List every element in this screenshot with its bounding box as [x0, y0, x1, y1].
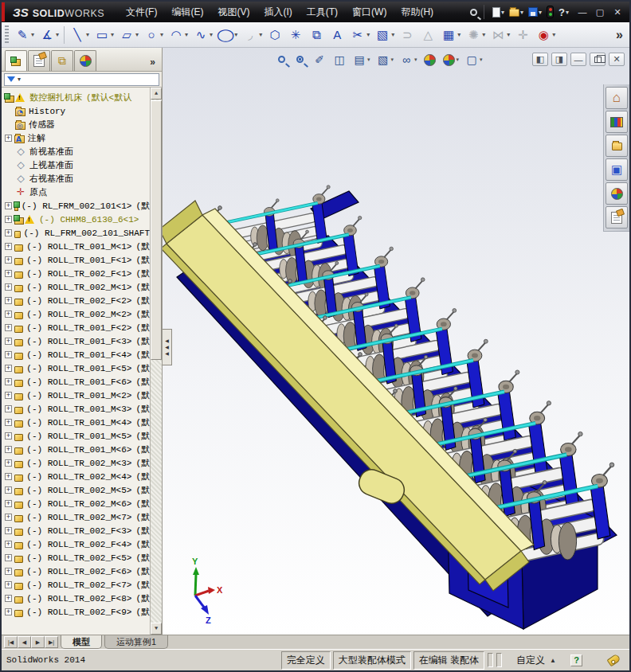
tree-item[interactable]: +(-) ROLL_TR_002_F<2>(默 [2, 294, 150, 307]
solidworks-resources-button[interactable]: ⌂ [606, 87, 628, 109]
dropdown-icon[interactable]: ▾ [391, 31, 394, 38]
convert-entities-button[interactable]: ⧉ [306, 25, 327, 45]
tree-item[interactable]: +(-) ROLL_TR_002_M<3>(默 [2, 456, 150, 470]
dropdown-icon[interactable]: ▾ [520, 9, 523, 16]
expand-icon[interactable]: + [5, 243, 12, 250]
tree-filter-input[interactable] [23, 75, 156, 84]
dropdown-icon[interactable]: ▾ [259, 31, 262, 38]
tree-item[interactable]: +(-) ROLL_TR_001_F<1>(默 [2, 253, 150, 267]
mirror-entities-button[interactable]: ⋈▾ [488, 25, 512, 45]
circle-button[interactable]: ○▾ [141, 25, 166, 45]
panel-tabs-overflow[interactable]: » [150, 57, 160, 71]
expand-icon[interactable]: + [5, 324, 12, 331]
expand-icon[interactable]: + [5, 392, 12, 399]
tree-item[interactable]: +(-) ROLL_TR_002_F<5>(默 [2, 551, 150, 565]
expand-icon[interactable]: + [5, 338, 12, 345]
tile-pane-right-button[interactable]: ◨ [551, 53, 567, 66]
expand-icon[interactable]: + [5, 486, 12, 494]
tile-pane-left-button[interactable]: ◧ [532, 53, 548, 66]
save-document-icon[interactable]: ▾ [527, 6, 543, 18]
tree-item-root[interactable]: 数控捆扎机床(默认<默认 [2, 91, 150, 104]
hide-show-items-button[interactable]: ∞▾ [398, 52, 419, 68]
expand-icon[interactable]: + [5, 365, 12, 372]
tree-item[interactable]: +(-) CHHM8_6130_6<1> [2, 213, 150, 226]
scrollbar-thumb[interactable] [151, 100, 162, 360]
dropdown-icon[interactable]: ▾ [414, 57, 417, 63]
tree-item[interactable]: ✛原点 [2, 186, 150, 199]
expand-icon[interactable]: + [5, 568, 12, 575]
tree-item[interactable]: +(-) ROLL_TR_001_F<3>(默 [2, 334, 150, 348]
corner-rectangle-button[interactable]: ▭▾ [92, 25, 116, 45]
tree-item[interactable]: +注解 [2, 131, 150, 145]
tree-item[interactable]: History [2, 104, 150, 118]
tree-item[interactable]: +(-) ROLL_TR_002_F<1>(默 [2, 267, 150, 280]
tree-item[interactable]: +(-) ROLL_TR_001_F<2>(默 [2, 321, 150, 334]
tree-item[interactable]: ◇上视基准面 [2, 158, 150, 172]
instant2d-button[interactable]: ◉▾ [533, 25, 558, 45]
minimize-window-button[interactable]: — [574, 5, 591, 19]
expand-icon[interactable]: + [5, 581, 12, 588]
tab-nav-button-2[interactable]: ▶ [31, 636, 45, 648]
open-document-icon[interactable]: ▾ [508, 6, 525, 18]
display-relations-button[interactable]: △ [417, 25, 438, 45]
sketch-button[interactable]: ✎▾ [12, 25, 37, 45]
dropdown-icon[interactable]: ▾ [501, 9, 504, 16]
dropdown-icon[interactable]: ▾ [457, 57, 460, 63]
expand-icon[interactable]: + [5, 541, 12, 548]
view-palette-button[interactable]: ▣ [606, 158, 628, 181]
straight-slot-button[interactable]: ▱▾ [116, 25, 141, 45]
tree-item[interactable]: +(-) ROLL_TR_002_F<8>(默 [2, 592, 150, 605]
tab-nav-button-3[interactable]: ▶| [45, 636, 58, 648]
maximize-window-button[interactable]: ▢ [591, 5, 609, 19]
tab-motion-study[interactable]: 运动算例1 [104, 635, 168, 649]
expand-icon[interactable]: + [5, 432, 12, 440]
file-explorer-button[interactable] [606, 135, 628, 157]
appearances-scenes-button[interactable] [606, 182, 628, 205]
dropdown-icon[interactable]: ▾ [160, 31, 163, 38]
tree-item[interactable]: +(-) ROLL_TR_002_F<4>(默 [2, 537, 150, 551]
expand-icon[interactable]: + [5, 405, 12, 412]
menu-窗口[interactable]: 窗口(W) [345, 2, 394, 22]
configurationmanager-tab[interactable]: ⧉ [51, 50, 73, 71]
expand-icon[interactable]: + [5, 135, 12, 142]
sketch-fillet-button[interactable]: ◞▾ [240, 25, 265, 45]
scrollbar-down-icon[interactable]: ▼ [151, 623, 162, 635]
tree-item[interactable]: +(-) ROLL_TR_001_F<6>(默 [2, 375, 150, 389]
dropdown-icon[interactable]: ▾ [86, 31, 89, 38]
circular-sketch-pattern-button[interactable]: ✺▾ [463, 25, 488, 45]
centerpoint-arc-button[interactable]: ◠▾ [166, 25, 190, 45]
expand-icon[interactable]: + [5, 500, 12, 507]
tree-item[interactable]: +(-) ROLL_TR_002_M<4>(默 [2, 470, 150, 483]
filter-caret-icon[interactable]: ▾ [18, 76, 21, 83]
dropdown-icon[interactable]: ▾ [566, 9, 569, 16]
menu-编辑[interactable]: 编辑(E) [164, 2, 210, 22]
dropdown-icon[interactable]: ▾ [185, 31, 188, 38]
tree-item[interactable]: +(-) ROLL_TR_001_F<4>(默 [2, 348, 150, 361]
expand-icon[interactable]: + [5, 283, 12, 291]
expand-icon[interactable]: + [5, 527, 12, 534]
expand-icon[interactable]: + [5, 459, 12, 467]
previous-view-button[interactable]: ✐ [311, 52, 328, 68]
tree-filter-box[interactable]: ▾ [4, 73, 159, 86]
line-button[interactable]: ╲▾ [67, 25, 92, 45]
tree-item[interactable]: +(-) ROLL_TR_002_M<2>(默 [2, 307, 150, 321]
dropdown-icon[interactable]: ▾ [111, 31, 114, 38]
tree-item[interactable]: +(-) ROLL_TR_001_M<6>(默 [2, 443, 150, 456]
expand-icon[interactable]: + [5, 216, 12, 223]
scrollbar-up-icon[interactable]: ▲ [151, 88, 162, 100]
section-view-button[interactable]: ◫ [331, 52, 348, 68]
tree-item[interactable]: +(-) ROLL_TR_002_F<3>(默 [2, 524, 150, 537]
offset-entities-button[interactable]: ⊃ [397, 25, 417, 45]
expand-icon[interactable]: + [5, 297, 12, 304]
expand-icon[interactable]: + [5, 270, 12, 277]
tree-item[interactable]: ◇前视基准面 [2, 145, 150, 158]
minimize-document-button[interactable]: — [570, 53, 586, 66]
dropdown-icon[interactable]: ▾ [482, 31, 485, 38]
dropdown-icon[interactable]: ▾ [391, 57, 394, 63]
menu-视图[interactable]: 视图(V) [210, 2, 257, 22]
expand-icon[interactable]: + [5, 473, 12, 480]
tab-model[interactable]: 模型 [61, 635, 102, 649]
dropdown-icon[interactable]: ▾ [56, 31, 59, 38]
expand-icon[interactable]: + [5, 229, 12, 236]
expand-icon[interactable]: + [5, 378, 12, 385]
